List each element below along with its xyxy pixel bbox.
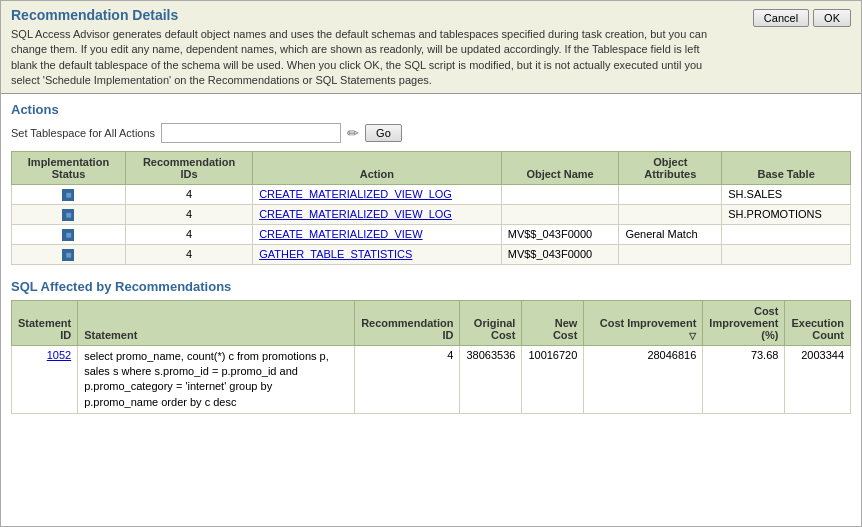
table-row: ■4CREATE_MATERIALIZED_VIEW_LOGSH.SALES (12, 184, 851, 204)
check-icon[interactable]: ■ (62, 229, 74, 241)
cost-improve-pct-cell: 73.68 (703, 345, 785, 414)
recommendation-table: ImplementationStatus RecommendationIDs A… (11, 151, 851, 265)
sql-col-new-cost: NewCost (522, 300, 584, 345)
object-name-cell: MV$$_043F0000 (501, 224, 619, 244)
action-link[interactable]: CREATE_MATERIALIZED_VIEW (259, 228, 422, 240)
actions-section-title: Actions (11, 102, 851, 117)
sql-col-stmt-id: StatementID (12, 300, 78, 345)
exec-count-cell: 2003344 (785, 345, 851, 414)
sql-col-orig-cost: OriginalCost (460, 300, 522, 345)
pencil-icon[interactable]: ✏ (347, 125, 359, 141)
actions-bar: Set Tablespace for All Actions ✏ Go (11, 123, 851, 143)
stmt-id-link[interactable]: 1052 (47, 349, 71, 361)
impl-status-cell: ■ (12, 204, 126, 224)
impl-status-cell: ■ (12, 224, 126, 244)
cost-improve-cell: 28046816 (584, 345, 703, 414)
stmt-id-cell: 1052 (12, 345, 78, 414)
action-cell: GATHER_TABLE_STATISTICS (253, 244, 502, 264)
base-table-cell (722, 224, 851, 244)
check-icon[interactable]: ■ (62, 249, 74, 261)
tablespace-input[interactable] (161, 123, 341, 143)
check-icon[interactable]: ■ (62, 189, 74, 201)
object-attr-cell: General Match (619, 224, 722, 244)
sql-col-cost-improve[interactable]: Cost Improvement ▽ (584, 300, 703, 345)
object-attr-cell (619, 244, 722, 264)
action-cell: CREATE_MATERIALIZED_VIEW (253, 224, 502, 244)
page-header: Recommendation Details SQL Access Adviso… (1, 1, 861, 94)
base-table-cell (722, 244, 851, 264)
base-table-cell: SH.PROMOTIONS (722, 204, 851, 224)
sql-section: SQL Affected by Recommendations Statemen… (1, 271, 861, 421)
orig-cost-cell: 38063536 (460, 345, 522, 414)
rec-id-cell: 4 (125, 244, 252, 264)
action-link[interactable]: CREATE_MATERIALIZED_VIEW_LOG (259, 208, 452, 220)
col-object-name: Object Name (501, 151, 619, 184)
col-rec-ids: RecommendationIDs (125, 151, 252, 184)
object-name-cell (501, 204, 619, 224)
cancel-button[interactable]: Cancel (753, 9, 809, 27)
ok-button[interactable]: OK (813, 9, 851, 27)
table-row: ■4GATHER_TABLE_STATISTICSMV$$_043F0000 (12, 244, 851, 264)
go-button[interactable]: Go (365, 124, 402, 142)
impl-status-cell: ■ (12, 244, 126, 264)
header-content: Recommendation Details SQL Access Adviso… (11, 7, 711, 89)
sql-col-statement: Statement (78, 300, 355, 345)
action-link[interactable]: CREATE_MATERIALIZED_VIEW_LOG (259, 188, 452, 200)
table-row: ■4CREATE_MATERIALIZED_VIEW_LOGSH.PROMOTI… (12, 204, 851, 224)
action-cell: CREATE_MATERIALIZED_VIEW_LOG (253, 184, 502, 204)
sql-rec-id-cell: 4 (355, 345, 460, 414)
sql-col-rec-id: RecommendationID (355, 300, 460, 345)
object-name-cell (501, 184, 619, 204)
sql-col-cost-improve-pct: CostImprovement(%) (703, 300, 785, 345)
action-cell: CREATE_MATERIALIZED_VIEW_LOG (253, 204, 502, 224)
sql-section-title: SQL Affected by Recommendations (11, 279, 851, 294)
object-name-cell: MV$$_043F0000 (501, 244, 619, 264)
col-base-table: Base Table (722, 151, 851, 184)
statement-cell: select promo_name, count(*) c from promo… (78, 345, 355, 414)
rec-id-cell: 4 (125, 224, 252, 244)
col-impl-status: ImplementationStatus (12, 151, 126, 184)
col-object-attrs: ObjectAttributes (619, 151, 722, 184)
sort-icon: ▽ (689, 331, 696, 341)
rec-id-cell: 4 (125, 184, 252, 204)
set-tablespace-label: Set Tablespace for All Actions (11, 127, 155, 139)
check-icon[interactable]: ■ (62, 209, 74, 221)
header-buttons: Cancel OK (753, 9, 851, 27)
object-attr-cell (619, 184, 722, 204)
sql-table-row: 1052select promo_name, count(*) c from p… (12, 345, 851, 414)
new-cost-cell: 10016720 (522, 345, 584, 414)
object-attr-cell (619, 204, 722, 224)
col-action: Action (253, 151, 502, 184)
sql-table: StatementID Statement RecommendationID O… (11, 300, 851, 415)
action-link[interactable]: GATHER_TABLE_STATISTICS (259, 248, 412, 260)
base-table-cell: SH.SALES (722, 184, 851, 204)
actions-section: Actions Set Tablespace for All Actions ✏… (1, 94, 861, 271)
page-container: Recommendation Details SQL Access Adviso… (0, 0, 862, 527)
page-description: SQL Access Advisor generates default obj… (11, 27, 711, 89)
page-title: Recommendation Details (11, 7, 711, 23)
impl-status-cell: ■ (12, 184, 126, 204)
sql-col-exec-count: ExecutionCount (785, 300, 851, 345)
rec-id-cell: 4 (125, 204, 252, 224)
table-row: ■4CREATE_MATERIALIZED_VIEWMV$$_043F0000G… (12, 224, 851, 244)
